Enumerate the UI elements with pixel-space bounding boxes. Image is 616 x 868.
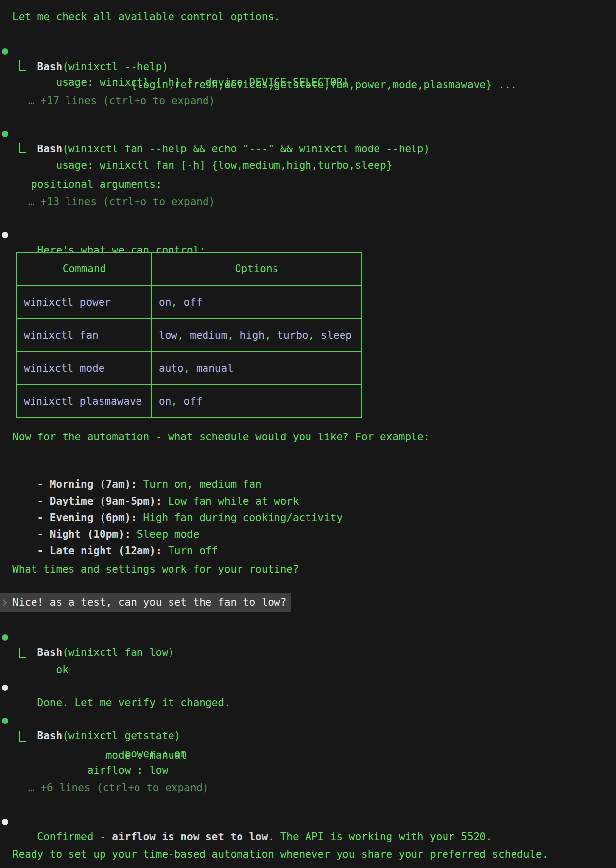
schedule-label: - Late night (12am): bbox=[37, 545, 169, 557]
message-bullet-icon bbox=[2, 819, 8, 825]
table-header-command: Command bbox=[17, 252, 152, 286]
terminal-screen: Let me check all available control optio… bbox=[0, 0, 616, 868]
user-message-bar: Nice! as a test, can you set the fan to … bbox=[0, 593, 291, 612]
command-cell: winixctl fan bbox=[17, 319, 152, 352]
message-bullet-icon bbox=[2, 685, 8, 691]
table-row: winixctl fan low, medium, high, turbo, s… bbox=[17, 319, 362, 352]
assistant-ready-message: Ready to set up your time-based automati… bbox=[12, 847, 548, 862]
options-cell: on, off bbox=[152, 286, 362, 319]
command-cell: winixctl power bbox=[17, 286, 152, 319]
tool-bullet-icon bbox=[2, 131, 8, 137]
tool-output-line: positional arguments: bbox=[31, 177, 162, 192]
output-expand-hint[interactable]: … +13 lines (ctrl+o to expand) bbox=[28, 194, 215, 210]
table-row: winixctl power on, off bbox=[17, 286, 362, 319]
tool-command: (winixctl fan low) bbox=[62, 647, 174, 658]
schedule-text: Turn off bbox=[168, 545, 218, 557]
routine-question: What times and settings work for your ro… bbox=[12, 562, 299, 577]
control-options-table: Command Options winixctl power on, off w… bbox=[16, 252, 362, 418]
confirmed-suffix: . The API is working with your 5520. bbox=[268, 831, 492, 843]
options-cell: auto, manual bbox=[152, 352, 362, 385]
tool-bullet-icon bbox=[2, 48, 8, 55]
output-corner-icon bbox=[19, 648, 26, 658]
command-cell: winixctl mode bbox=[17, 352, 152, 385]
confirmed-prefix: Confirmed - bbox=[37, 831, 112, 843]
table-header-row: Command Options bbox=[17, 252, 362, 286]
output-corner-icon bbox=[19, 731, 26, 742]
confirmed-emphasis: airflow is now set to low bbox=[112, 831, 268, 843]
table-row: winixctl plasmawave on, off bbox=[17, 385, 362, 418]
options-cell: on, off bbox=[152, 385, 362, 418]
tool-output-line: airflow : low bbox=[31, 763, 168, 778]
tool-bullet-icon bbox=[2, 634, 8, 641]
automation-prompt: Now for the automation - what schedule w… bbox=[12, 430, 430, 445]
user-message-text: Nice! as a test, can you set the fan to … bbox=[12, 593, 286, 612]
options-cell: low, medium, high, turbo, sleep bbox=[152, 319, 362, 352]
output-corner-icon bbox=[19, 143, 26, 153]
output-expand-hint[interactable]: … +17 lines (ctrl+o to expand) bbox=[28, 93, 215, 108]
assistant-intro-message: Let me check all available control optio… bbox=[12, 9, 280, 25]
command-cell: winixctl plasmawave bbox=[17, 385, 152, 418]
tool-output-line: mode : manual bbox=[31, 748, 187, 763]
table-header-options: Options bbox=[152, 252, 362, 286]
output-corner-icon bbox=[19, 60, 26, 71]
tool-bullet-icon bbox=[2, 718, 8, 724]
prompt-chevron-icon bbox=[0, 599, 7, 606]
tool-output-line: {login,refresh,devices,getstate,fan,powe… bbox=[31, 77, 517, 93]
table-row: winixctl mode auto, manual bbox=[17, 352, 362, 385]
output-expand-hint[interactable]: … +6 lines (ctrl+o to expand) bbox=[28, 780, 209, 796]
message-bullet-icon bbox=[2, 232, 8, 238]
